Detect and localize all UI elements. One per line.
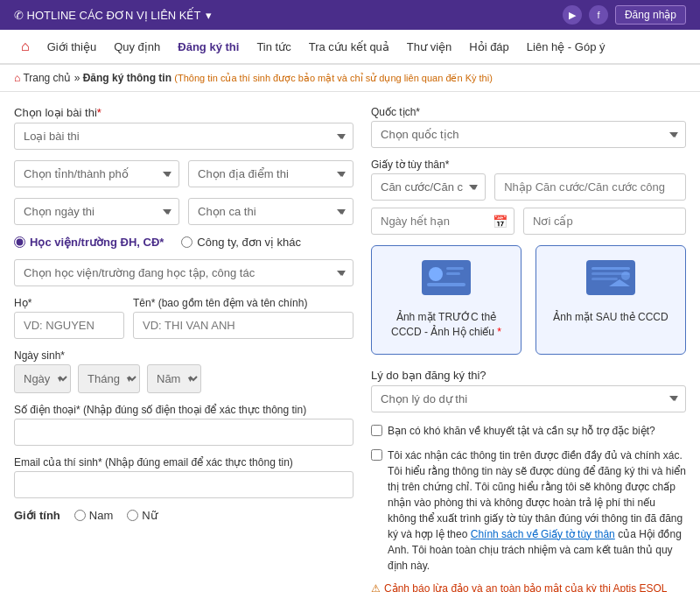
breadcrumb-home[interactable]: Trang chủ — [23, 72, 71, 84]
nationality-select-wrapper: Chọn quốc tịch — [371, 121, 686, 148]
first-name-label: Tên* (bao gồm tên đệm và tên chính) — [133, 297, 354, 309]
svg-rect-6 — [592, 267, 630, 270]
id-select-row: Căn cước/Căn cước công dân — [371, 173, 686, 201]
session-select[interactable]: Chọn ca thi — [188, 198, 354, 225]
svg-rect-8 — [592, 278, 618, 280]
dob-row: Ngày Tháng Năm — [14, 364, 354, 393]
email-group: Email của thí sinh* (Nhập đúng email để … — [14, 456, 354, 498]
dropdown-icon[interactable]: ▾ — [206, 9, 212, 22]
school-select[interactable]: Chọn học viện/trường đang học tập, công … — [14, 259, 354, 286]
id-place-input[interactable] — [523, 208, 686, 235]
checkbox2[interactable] — [371, 449, 382, 461]
id-group: Giấy tờ tùy thân* Căn cước/Căn cước công… — [371, 159, 686, 235]
form-right: Quốc tịch* Chọn quốc tịch Giấy tờ tùy th… — [371, 106, 686, 592]
nav-item-tintuc[interactable]: Tin tức — [249, 32, 298, 62]
exam-type-group: Chọn loại bài thi* Loại bài thi — [14, 106, 354, 150]
breadcrumb: ⌂ Trang chủ » Đăng ký thông tin (Thông t… — [0, 65, 700, 92]
date-select[interactable]: Chọn ngày thi — [14, 198, 179, 225]
login-button[interactable]: Đăng nhập — [615, 5, 686, 25]
gender-label: Giới tính — [14, 509, 60, 522]
svg-point-9 — [621, 271, 630, 280]
nav-item-quydinh[interactable]: Quy định — [107, 32, 167, 62]
exam-type-select-wrapper: Loại bài thi — [14, 123, 354, 150]
front-card-label: Ảnh mặt TRƯỚC thẻ CCCD - Ảnh Hộ chiếu * — [381, 310, 512, 340]
exam-type-select[interactable]: Loại bài thi — [14, 123, 354, 150]
svg-rect-4 — [446, 272, 460, 275]
province-location-row: Chọn tỉnh/thành phố Chọn địa điểm thi — [14, 160, 354, 187]
id-expiry-wrapper: 📅 — [371, 208, 514, 235]
checkbox2-group: Tôi xác nhận các thông tin trên được điề… — [371, 448, 686, 574]
location-select[interactable]: Chọn địa điểm thi — [188, 160, 354, 187]
email-input[interactable] — [14, 471, 354, 498]
checkbox1-text: Bạn có khó khăn về khuyết tật và cần sự … — [388, 423, 655, 439]
back-card-icon — [545, 260, 676, 303]
last-name-group: Họ* — [14, 297, 124, 339]
gender-male-text: Nam — [89, 509, 113, 522]
first-name-group: Tên* (bao gồm tên đệm và tên chính) — [133, 297, 354, 339]
session-select-wrapper: Chọn ca thi — [188, 198, 354, 225]
nav-home[interactable]: ⌂ — [14, 30, 37, 63]
radio-school[interactable] — [14, 236, 25, 248]
front-card-icon — [381, 260, 512, 303]
last-name-input[interactable] — [14, 312, 124, 339]
svg-rect-0 — [422, 260, 471, 295]
checkbox1[interactable] — [371, 425, 382, 436]
nav-item-lienhe[interactable]: Liên hệ - Góp ý — [520, 32, 612, 62]
dob-group: Ngày sinh* Ngày Tháng Năm — [14, 349, 354, 393]
province-select[interactable]: Chọn tỉnh/thành phố — [14, 160, 179, 187]
year-select[interactable]: Năm — [147, 364, 201, 393]
form-left: Chọn loại bài thi* Loại bài thi Chọn tỉn… — [14, 106, 354, 592]
nav-item-thuvien[interactable]: Thư viện — [400, 32, 458, 62]
policy-link[interactable]: Chính sách về Giấy tờ tùy thân — [471, 528, 615, 540]
radio-company[interactable] — [181, 236, 192, 248]
front-card-upload[interactable]: Ảnh mặt TRƯỚC thẻ CCCD - Ảnh Hộ chiếu * — [371, 245, 522, 355]
day-select[interactable]: Ngày — [14, 364, 71, 393]
gender-female-radio[interactable] — [127, 510, 138, 521]
radio-company-label[interactable]: Công ty, đơn vị khác — [181, 236, 301, 249]
org-type-radio-group: Học viện/trường ĐH, CĐ* Công ty, đơn vị … — [14, 236, 354, 249]
id-label: Giấy tờ tùy thân* — [371, 159, 686, 171]
form-layout: Chọn loại bài thi* Loại bài thi Chọn tỉn… — [14, 106, 686, 592]
year-select-wrapper: Năm — [147, 364, 201, 393]
reason-select-wrapper: Chọn lý do dự thi — [371, 385, 686, 412]
phone-input[interactable] — [14, 419, 354, 446]
youtube-icon[interactable]: ▶ — [563, 5, 582, 25]
breadcrumb-note: (Thông tin của thí sinh được bảo mật và … — [174, 73, 493, 83]
exam-type-label: Chọn loại bài thi* — [14, 106, 354, 119]
checkbox1-label[interactable]: Bạn có khó khăn về khuyết tật và cần sự … — [371, 423, 686, 439]
reason-label: Lý do bạn đăng ký thi? — [371, 369, 686, 382]
facebook-icon[interactable]: f — [589, 5, 608, 25]
nav-item-tracuu[interactable]: Tra cứu kết quả — [302, 32, 396, 62]
reason-select[interactable]: Chọn lý do dự thi — [371, 385, 686, 412]
id-type-select[interactable]: Căn cước/Căn cước công dân — [371, 173, 486, 201]
radio-school-label[interactable]: Học viện/trường ĐH, CĐ* — [14, 236, 164, 249]
warning-text: Cảnh báo lừa đảo và an toàn bảo mật của … — [384, 582, 668, 592]
main-content: Chọn loại bài thi* Loại bài thi Chọn tỉn… — [0, 92, 700, 592]
navigation: ⌂ Giới thiệu Quy định Đăng ký thi Tin tứ… — [0, 30, 700, 65]
nav-item-hoidap[interactable]: Hỏi đáp — [462, 32, 516, 62]
gender-female-label[interactable]: Nữ — [127, 509, 157, 522]
calendar-icon[interactable]: 📅 — [493, 215, 508, 229]
nav-item-dangkythi[interactable]: Đăng ký thi — [171, 32, 246, 62]
id-number-input[interactable] — [494, 173, 686, 201]
svg-rect-3 — [446, 267, 464, 270]
hotline-label: ✆ HOTLINE CÁC ĐƠN VỊ LIÊN KẾT — [14, 9, 200, 22]
gender-male-label[interactable]: Nam — [74, 509, 113, 522]
gender-group: Giới tính Nam Nữ — [14, 509, 354, 522]
top-bar-right: ▶ f Đăng nhập — [563, 5, 686, 25]
nationality-label: Quốc tịch* — [371, 106, 686, 118]
radio-company-text: Công ty, đơn vị khác — [197, 236, 301, 249]
nationality-select[interactable]: Chọn quốc tịch — [371, 121, 686, 148]
back-card-upload[interactable]: Ảnh mặt SAU thẻ CCCD — [536, 245, 686, 355]
warning-section: ⚠ Cảnh báo lừa đảo và an toàn bảo mật củ… — [371, 582, 686, 592]
svg-point-1 — [429, 267, 443, 281]
checkbox2-text: Tôi xác nhận các thông tin trên được điề… — [388, 448, 686, 574]
breadcrumb-home-icon[interactable]: ⌂ — [14, 72, 20, 84]
gender-female-text: Nữ — [142, 509, 157, 522]
nav-item-gioithieu[interactable]: Giới thiệu — [40, 32, 103, 62]
checkbox2-label[interactable]: Tôi xác nhận các thông tin trên được điề… — [371, 448, 686, 574]
month-select[interactable]: Tháng — [78, 364, 140, 393]
gender-male-radio[interactable] — [74, 510, 86, 521]
first-name-input[interactable] — [133, 312, 354, 339]
svg-rect-2 — [427, 283, 466, 286]
